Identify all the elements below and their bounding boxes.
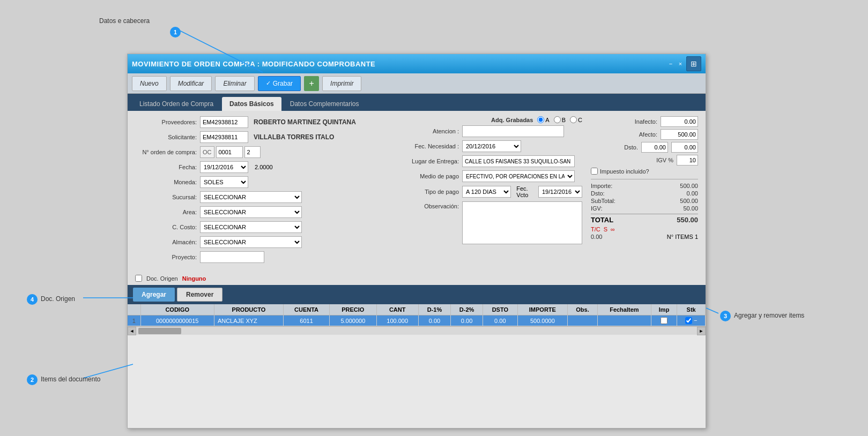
dsto-input1[interactable] — [641, 142, 668, 153]
fecha-label: Fecha: — [135, 164, 197, 170]
sucursal-select[interactable]: SELECCIONAR — [200, 191, 302, 203]
col-fechaitem-header: FechaItem — [597, 304, 651, 315]
tab-datos-complementarios[interactable]: Datos Complementarios — [283, 97, 367, 111]
pin-button[interactable]: ⊞ — [686, 56, 701, 71]
summary-section: Importe: 500.00 Dsto: 0.00 SubTotal: 500… — [591, 179, 698, 240]
total-row: TOTAL 550.00 — [591, 214, 698, 224]
tipo-pago-select[interactable]: A 120 DIAS — [462, 186, 511, 198]
radio-b[interactable]: B — [554, 116, 566, 123]
cell-imp[interactable] — [651, 315, 677, 326]
inafecto-row: Inafecto: — [591, 116, 698, 127]
inafecto-input[interactable] — [661, 116, 698, 127]
afecto-input[interactable] — [661, 129, 698, 140]
callout-circle-1: 1 — [170, 27, 181, 37]
proveedores-name: ROBERTO MARTINEZ QUINTANA — [254, 118, 356, 126]
col-dsto-header: DSTO — [483, 304, 517, 315]
col-importe-header: IMPORTE — [517, 304, 568, 315]
scroll-right-button[interactable]: ► — [697, 327, 706, 335]
oc-num1-input[interactable] — [216, 146, 243, 158]
col-obs-header: Obs. — [568, 304, 598, 315]
moneda-row: Moneda: SOLES — [135, 176, 402, 188]
oc-num2-input[interactable] — [244, 146, 261, 158]
dsto-label: Dsto. — [624, 144, 638, 151]
tab-listado[interactable]: Listado Orden de Compra — [132, 97, 221, 111]
tipo-pago-label: Tipo de pago — [411, 189, 459, 195]
dsto-input2[interactable] — [671, 142, 698, 153]
almacen-select[interactable]: SELECCIONAR — [200, 236, 302, 248]
moneda-label: Moneda: — [135, 179, 197, 185]
horizontal-scrollbar[interactable]: ◄ ► — [128, 326, 706, 335]
nuevo-button[interactable]: Nuevo — [132, 76, 167, 91]
radio-c[interactable]: C — [570, 116, 582, 123]
observacion-textarea[interactable] — [462, 201, 582, 244]
stk-checkbox[interactable] — [685, 317, 692, 324]
cell-fechaitem — [597, 315, 651, 326]
moneda-select[interactable]: SOLES — [200, 176, 248, 188]
cell-dsto: 0.00 — [483, 315, 517, 326]
col-d2-header: D-2% — [451, 304, 483, 315]
nitems-text: N° ITEMS 1 — [667, 234, 698, 240]
area-select[interactable]: SELECCIONAR — [200, 206, 302, 218]
dsto2-summary-row: Dsto: 0.00 — [591, 190, 698, 197]
scroll-track[interactable] — [136, 327, 697, 335]
imprimir-button[interactable]: Imprimir — [322, 76, 361, 91]
eliminar-button[interactable]: Eliminar — [215, 76, 254, 91]
cell-stk[interactable]: − — [677, 315, 706, 326]
subtotal-summary-row: SubTotal: 500.00 — [591, 198, 698, 204]
close-button[interactable]: × — [677, 60, 684, 67]
tab-datos-basicos[interactable]: Datos Básicos — [222, 97, 281, 111]
callout-4: 4 Doc. Origen — [27, 294, 75, 305]
fecha-select[interactable]: 19/12/2016 — [200, 161, 248, 173]
form-left: Proveedores: ROBERTO MARTINEZ QUINTANA S… — [135, 116, 402, 266]
area-label: Area: — [135, 209, 197, 215]
imp-checkbox[interactable] — [661, 317, 667, 324]
impuesto-row: Impuesto incluido? — [591, 168, 698, 175]
fec-vcto-select[interactable]: 19/12/2016 — [538, 186, 582, 198]
callout-3: 3 Agregar y remover items — [720, 311, 804, 321]
igv-input[interactable] — [677, 155, 698, 166]
minimize-button[interactable]: − — [667, 60, 674, 67]
proyecto-input[interactable] — [200, 251, 264, 263]
solicitante-code-input[interactable] — [200, 131, 248, 143]
observacion-label: Observación: — [411, 201, 459, 209]
ccosto-select[interactable]: SELECCIONAR — [200, 221, 302, 233]
agregar-button[interactable]: Agregar — [133, 288, 175, 302]
cell-precio: 5.000000 — [330, 315, 376, 326]
cell-d2: 0.00 — [451, 315, 483, 326]
svg-line-3 — [706, 308, 718, 313]
fec-vcto-label: Fec. Vcto — [516, 185, 535, 198]
almacen-label: Almacén: — [135, 239, 197, 245]
grabar-button[interactable]: Grabar — [258, 76, 301, 91]
fec-necesidad-select[interactable]: 20/12/2016 — [462, 140, 521, 152]
doc-origen-checkbox[interactable] — [135, 275, 142, 282]
content-area: Proveedores: ROBERTO MARTINEZ QUINTANA S… — [128, 111, 706, 272]
igv2-summary-row: IGV: 50.00 — [591, 205, 698, 212]
total-label: TOTAL — [591, 216, 613, 224]
remover-button[interactable]: Remover — [177, 288, 222, 302]
col-codigo-header: CODIGO — [140, 304, 214, 315]
atencion-input[interactable] — [462, 125, 564, 137]
title-bar: MOVIMIENTO DE ORDEN COMPRA : MODIFICANDO… — [128, 54, 706, 73]
col-producto-header: PRODUCTO — [214, 304, 283, 315]
oc-group: OC — [200, 146, 261, 158]
proyecto-label: Proyecto: — [135, 254, 197, 260]
importe-summary-label: Importe: — [591, 183, 612, 189]
row-delete-btn[interactable]: − — [694, 317, 697, 324]
atencion-label: Atencion : — [411, 128, 459, 134]
impuesto-checkbox[interactable] — [591, 168, 598, 175]
proveedores-row: Proveedores: ROBERTO MARTINEZ QUINTANA — [135, 116, 402, 128]
scroll-thumb[interactable] — [138, 328, 181, 334]
doc-origen-row: Doc. Origen Ninguno — [128, 272, 706, 285]
radio-a[interactable]: A — [537, 116, 549, 123]
toolbar: Nuevo Modificar Eliminar Grabar + Imprim… — [128, 73, 706, 94]
proveedores-code-input[interactable] — [200, 116, 248, 128]
adq-row: Adq. Grabadas A B C — [411, 116, 582, 123]
modificar-button[interactable]: Modificar — [170, 76, 212, 91]
medio-pago-select[interactable]: EFECTIVO, POR OPERACIONES EN LAS QUE NO … — [462, 170, 575, 182]
table-row[interactable]: 1 0000000000015 ANCLAJE XYZ 6011 5.00000… — [128, 315, 706, 326]
title-bar-controls: − × ⊞ — [667, 56, 701, 71]
lugar-entrega-input[interactable] — [462, 155, 575, 167]
scroll-left-button[interactable]: ◄ — [128, 327, 136, 335]
add-separator[interactable]: + — [304, 76, 319, 91]
impuesto-label: Impuesto incluido? — [600, 168, 649, 175]
